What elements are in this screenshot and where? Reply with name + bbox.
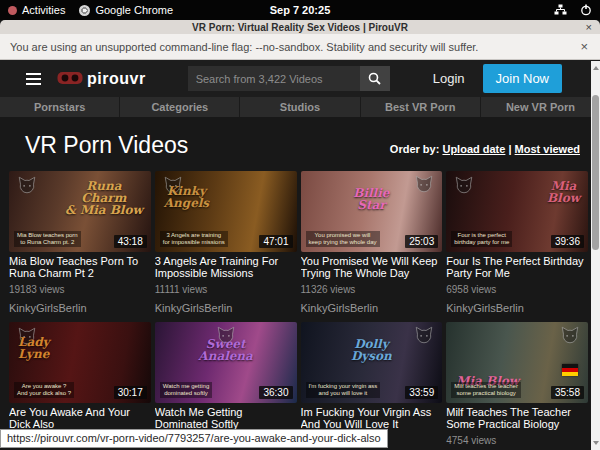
system-top-bar: Activities Google Chrome Sep 7 20:25 xyxy=(0,0,600,20)
thumb-overlay-name: Lady Lyne xyxy=(18,336,50,360)
duration-badge: 25:03 xyxy=(405,235,438,248)
search-input[interactable] xyxy=(188,66,360,91)
thumb-overlay-name: Dolly Dyson xyxy=(301,338,443,362)
video-studio-link[interactable]: KinkyGirlsBerlin xyxy=(301,302,443,314)
activities-button[interactable]: Activities xyxy=(8,4,65,16)
menu-item-studios[interactable]: Studios xyxy=(239,97,359,117)
video-title[interactable]: Watch Me Getting Dominated Softly xyxy=(155,406,297,430)
tab-close-icon[interactable]: × xyxy=(586,20,592,34)
studio-cat-mask-icon xyxy=(560,326,580,344)
duration-badge: 33:59 xyxy=(405,386,438,399)
menu-item-new-vr-porn[interactable]: New VR Porn xyxy=(480,97,600,117)
thumb-caption: Milf teaches the teacher some practical … xyxy=(451,382,521,398)
duration-badge: 47:01 xyxy=(259,235,292,248)
thumb-caption: 3 Angels are training for impossible mis… xyxy=(160,231,228,247)
order-by-most-viewed-link[interactable]: Most viewed xyxy=(515,143,580,155)
video-views: 19183 views xyxy=(9,284,151,295)
scroll-up-arrow-icon[interactable] xyxy=(593,66,599,70)
app-menu-label: Google Chrome xyxy=(95,4,173,16)
search-button[interactable] xyxy=(360,66,390,91)
scroll-down-arrow-icon[interactable] xyxy=(593,441,599,445)
menu-item-categories[interactable]: Categories xyxy=(119,97,239,117)
duration-badge: 43:18 xyxy=(114,235,147,248)
thumb-caption: Mia Blow teaches porn to Runa Charm pt. … xyxy=(14,231,81,247)
activities-icon xyxy=(8,6,17,15)
video-title[interactable]: Are You Awake And Your Dick Also xyxy=(9,406,151,430)
video-card[interactable]: Runa Charm & Mia Blow Mia Blow teaches p… xyxy=(9,171,151,322)
order-by-label: Order by: xyxy=(390,143,440,155)
video-card[interactable]: Mia Blow Four is the perfect birthday pa… xyxy=(446,171,588,322)
order-by-separator: | xyxy=(505,143,514,155)
german-flag-icon xyxy=(562,364,578,376)
video-thumbnail[interactable]: Dolly Dyson I'm fucking your virgin ass … xyxy=(301,322,443,403)
thumb-caption: I'm fucking your virgin ass and you will… xyxy=(306,382,381,398)
menu-item-best-vr-porn[interactable]: Best VR Porn xyxy=(360,97,480,117)
chrome-infobar: You are using an unsupported command-lin… xyxy=(0,34,600,60)
site-logo[interactable]: pirouvr xyxy=(57,70,146,88)
video-title[interactable]: You Promised We Will Keep Trying The Who… xyxy=(301,255,443,279)
activities-label: Activities xyxy=(22,4,65,16)
search-icon xyxy=(368,72,381,85)
browser-title-bar: VR Porn: Virtual Reality Sex Videos | Pi… xyxy=(0,20,600,34)
video-title[interactable]: Im Fucking Your Virgin Ass And You Will … xyxy=(301,406,443,430)
video-title[interactable]: 3 Angels Are Training For Impossible Mis… xyxy=(155,255,297,279)
scrollbar[interactable] xyxy=(591,61,600,450)
video-studio-link[interactable]: KinkyGirlsBerlin xyxy=(446,302,588,314)
video-title[interactable]: Mia Blow Teaches Porn To Runa Charm Pt 2 xyxy=(9,255,151,279)
duration-badge: 36:30 xyxy=(259,386,292,399)
thumb-caption: Are you awake ? And your dick also ? xyxy=(14,382,74,398)
thumb-overlay-name: Runa Charm & Mia Blow xyxy=(65,180,143,216)
status-url-tooltip: https://pirouvr.com/vr-porn-video/779325… xyxy=(0,429,388,448)
search-box xyxy=(188,66,390,91)
page-title: VR Porn Videos xyxy=(25,132,188,159)
video-card[interactable]: Mia Blow Milf teaches the teacher some p… xyxy=(446,322,588,450)
infobar-message: You are using an unsupported command-lin… xyxy=(10,41,478,53)
hamburger-menu-icon[interactable] xyxy=(26,73,41,85)
video-views: 11111 views xyxy=(155,284,297,295)
duration-badge: 35:58 xyxy=(551,386,584,399)
join-now-button[interactable]: Join Now xyxy=(483,64,562,93)
video-thumbnail[interactable]: Sweet Analena Watch me getting dominated… xyxy=(155,322,297,403)
app-menu-button[interactable]: Google Chrome xyxy=(79,4,173,16)
video-card[interactable]: Kinky Angels 3 Angels are training for i… xyxy=(155,171,297,322)
thumb-overlay-name: Kinky Angels xyxy=(164,185,209,209)
video-title[interactable]: Four Is The Perfect Birthday Party For M… xyxy=(446,255,588,279)
browser-tab-title: VR Porn: Virtual Reality Sex Videos | Pi… xyxy=(192,22,408,33)
chrome-icon xyxy=(79,5,90,16)
login-link[interactable]: Login xyxy=(433,71,465,86)
video-title[interactable]: Milf Teaches The Teacher Some Practical … xyxy=(446,406,588,430)
video-studio-link[interactable]: KinkyGirlsBerlin xyxy=(9,302,151,314)
studio-cat-mask-icon xyxy=(17,176,37,194)
video-studio-link[interactable]: KinkyGirlsBerlin xyxy=(155,302,297,314)
video-thumbnail[interactable]: Mia Blow Four is the perfect birthday pa… xyxy=(446,171,588,252)
studio-cat-mask-icon xyxy=(454,176,474,194)
thumb-overlay-name: Sweet Analena xyxy=(155,338,297,362)
menu-item-pornstars[interactable]: Pornstars xyxy=(0,97,119,117)
duration-badge: 30:17 xyxy=(114,386,147,399)
scrollbar-thumb[interactable] xyxy=(592,95,599,250)
thumb-overlay-name: Billie Star xyxy=(301,187,443,211)
web-page: pirouvr Login Join Now Pornstars Categor… xyxy=(0,60,600,450)
video-thumbnail[interactable]: Lady Lyne Are you awake ? And your dick … xyxy=(9,322,151,403)
order-by: Order by: Upload date | Most viewed xyxy=(390,143,580,155)
main-menu: Pornstars Categories Studios Best VR Por… xyxy=(0,97,600,117)
video-thumbnail[interactable]: Runa Charm & Mia Blow Mia Blow teaches p… xyxy=(9,171,151,252)
video-grid: Runa Charm & Mia Blow Mia Blow teaches p… xyxy=(0,171,600,450)
infobar-close-icon[interactable]: × xyxy=(580,39,588,54)
video-views: 6958 views xyxy=(446,284,588,295)
video-thumbnail[interactable]: Mia Blow Milf teaches the teacher some p… xyxy=(446,322,588,403)
video-thumbnail[interactable]: Kinky Angels 3 Angels are training for i… xyxy=(155,171,297,252)
logo-text: pirouvr xyxy=(87,70,146,88)
order-by-upload-date-link[interactable]: Upload date xyxy=(442,143,505,155)
video-views: 4754 views xyxy=(446,435,588,446)
thumb-overlay-name: Mia Blow xyxy=(547,180,580,204)
video-views: 11326 views xyxy=(301,284,443,295)
thumb-caption: Four is the perfect birthday party for m… xyxy=(451,231,512,247)
video-card[interactable]: Billie Star You promised we will keep tr… xyxy=(301,171,443,322)
network-icon[interactable] xyxy=(554,4,567,16)
thumb-caption: Watch me getting dominated softly xyxy=(160,382,212,398)
site-navbar: pirouvr Login Join Now xyxy=(0,60,600,97)
video-thumbnail[interactable]: Billie Star You promised we will keep tr… xyxy=(301,171,443,252)
duration-badge: 39:36 xyxy=(551,235,584,248)
power-icon[interactable] xyxy=(580,4,592,16)
